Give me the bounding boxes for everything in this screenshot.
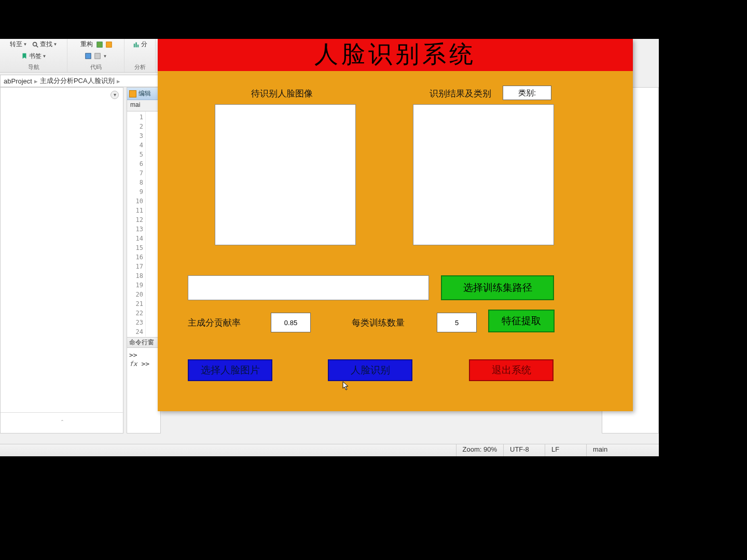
recognize-button[interactable]: 人脸识别 bbox=[328, 359, 412, 381]
lineno: 10 bbox=[127, 197, 143, 206]
pca-contrib-input[interactable]: 0.85 bbox=[271, 313, 311, 332]
lineno: 9 bbox=[127, 187, 143, 197]
breadcrumb-seg[interactable]: 主成分分析PCA人脸识别 bbox=[40, 76, 115, 86]
lineno: 24 bbox=[127, 327, 143, 337]
button-label: 选择人脸图片 bbox=[201, 363, 260, 377]
exit-button[interactable]: 退出系统 bbox=[469, 359, 554, 381]
select-trainpath-button[interactable]: 选择训练集路径 bbox=[441, 275, 554, 300]
goto-button[interactable]: 转至 ▼ bbox=[9, 40, 29, 49]
lineno: 3 bbox=[127, 131, 143, 141]
pca-contrib-label: 主成分贡献率 bbox=[188, 317, 241, 329]
lineno: 13 bbox=[127, 225, 143, 234]
find-label: 查找 bbox=[40, 40, 52, 49]
svg-rect-4 bbox=[85, 53, 91, 59]
lineno: 12 bbox=[127, 215, 143, 225]
lineno: 21 bbox=[127, 299, 143, 309]
input-image-label: 待识别人脸图像 bbox=[251, 88, 313, 100]
panel-expand[interactable]: ˆ bbox=[1, 412, 124, 433]
refactor-button[interactable]: 重构 bbox=[79, 40, 94, 49]
lineno: 16 bbox=[127, 253, 143, 262]
status-function[interactable]: main bbox=[586, 444, 659, 456]
cursor-icon bbox=[342, 381, 350, 391]
chevron-down-icon: ▼ bbox=[23, 42, 27, 47]
status-encoding[interactable]: UTF-8 bbox=[503, 444, 545, 456]
search-icon bbox=[32, 41, 39, 48]
status-zoom[interactable]: Zoom: 90% bbox=[456, 444, 503, 456]
pca-value: 0.85 bbox=[284, 319, 297, 327]
fx-icon[interactable]: fx bbox=[129, 360, 137, 368]
find-button[interactable]: 查找 ▼ bbox=[31, 40, 59, 49]
result-image-axes bbox=[413, 104, 554, 245]
lineno: 17 bbox=[127, 262, 143, 271]
analyze-button[interactable]: 分 bbox=[132, 40, 148, 49]
analyze-label: 分 bbox=[141, 40, 147, 49]
panel-menu-icon[interactable]: ▾ bbox=[110, 91, 119, 99]
lineno: 23 bbox=[127, 318, 143, 327]
editor-title: 编辑 bbox=[139, 89, 151, 98]
prompt[interactable]: >> bbox=[141, 360, 149, 368]
svg-line-1 bbox=[36, 45, 38, 47]
analyze-group-label: 分析 bbox=[134, 63, 146, 71]
lineno: 22 bbox=[127, 309, 143, 318]
goto-label: 转至 bbox=[10, 40, 22, 49]
status-bar: Zoom: 90% UTF-8 LF main bbox=[0, 444, 659, 456]
analyze-icon bbox=[133, 41, 140, 48]
lineno: 15 bbox=[127, 243, 143, 253]
svg-rect-2 bbox=[96, 41, 102, 47]
editor-panel[interactable]: 编辑 mai 1 2 3 4 5 6 7 8 9 10 11 12 13 14 … bbox=[127, 87, 161, 341]
select-image-button[interactable]: 选择人脸图片 bbox=[188, 359, 272, 381]
breadcrumb[interactable]: abProject ▸ 主成分分析PCA人脸识别 ▸ bbox=[0, 75, 161, 87]
tool-icon[interactable] bbox=[85, 52, 92, 60]
cmdwin-title: 命令行窗 bbox=[127, 338, 160, 348]
button-label: 特征提取 bbox=[502, 314, 541, 328]
gui-title: 人脸识别系统 bbox=[158, 39, 633, 71]
chevron-down-icon: ▼ bbox=[43, 54, 47, 59]
nav-group-label: 导航 bbox=[28, 63, 39, 71]
bookmark-icon bbox=[21, 52, 28, 60]
lineno: 1 bbox=[127, 113, 143, 122]
class-box: 类别: bbox=[503, 86, 551, 100]
tool-icon[interactable] bbox=[94, 52, 101, 60]
lineno: 8 bbox=[127, 178, 143, 187]
prompt: >> bbox=[129, 351, 158, 359]
result-label: 识别结果及类别 bbox=[430, 88, 491, 100]
feature-extract-button[interactable]: 特征提取 bbox=[488, 310, 555, 332]
svg-point-0 bbox=[33, 42, 36, 46]
svg-rect-6 bbox=[133, 44, 135, 47]
svg-rect-3 bbox=[106, 41, 112, 47]
lineno: 6 bbox=[127, 159, 143, 169]
toolstrip: 转至 ▼ 查找 ▼ 书签 ▼ 导航 重构 bbox=[0, 39, 161, 73]
bookmark-label: 书签 bbox=[29, 52, 42, 61]
svg-rect-7 bbox=[135, 42, 137, 47]
status-eol[interactable]: LF bbox=[545, 444, 586, 456]
editor-titlebar: 编辑 bbox=[127, 88, 160, 100]
editor-tab[interactable]: mai bbox=[127, 100, 160, 111]
svg-rect-5 bbox=[94, 53, 100, 59]
breadcrumb-seg[interactable]: abProject bbox=[4, 77, 32, 85]
lineno: 7 bbox=[127, 169, 143, 178]
perclass-label: 每类训练数量 bbox=[352, 317, 405, 329]
button-label: 退出系统 bbox=[492, 363, 531, 377]
chevron-right-icon: ▸ bbox=[117, 77, 120, 85]
perclass-input[interactable]: 5 bbox=[437, 313, 477, 332]
chevron-down-icon: ▼ bbox=[103, 54, 107, 59]
current-folder-panel[interactable]: ▾ ˆ bbox=[0, 87, 123, 433]
svg-rect-8 bbox=[137, 45, 139, 47]
path-textbox[interactable] bbox=[188, 275, 429, 300]
lineno: 11 bbox=[127, 206, 143, 215]
lineno: 5 bbox=[127, 150, 143, 159]
lineno: 4 bbox=[127, 141, 143, 150]
tool-icon[interactable] bbox=[96, 41, 103, 48]
button-label: 选择训练集路径 bbox=[463, 281, 532, 295]
code-group-label: 代码 bbox=[90, 63, 102, 71]
chevron-right-icon: ▸ bbox=[34, 77, 38, 85]
lineno: 18 bbox=[127, 271, 143, 281]
lineno: 20 bbox=[127, 290, 143, 299]
command-window[interactable]: 命令行窗 >> fx >> bbox=[127, 337, 161, 433]
chevron-down-icon: ▼ bbox=[53, 42, 58, 47]
perclass-value: 5 bbox=[455, 319, 459, 327]
bookmark-button[interactable]: 书签 ▼ bbox=[20, 52, 48, 61]
tool-icon[interactable] bbox=[105, 41, 113, 48]
button-label: 人脸识别 bbox=[351, 363, 390, 377]
input-image-axes bbox=[215, 104, 356, 245]
